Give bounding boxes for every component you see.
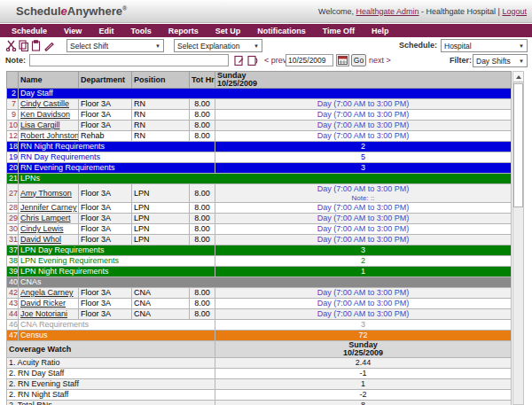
menu-item-edit[interactable]: Edit [98, 27, 113, 35]
edit-note-icon[interactable] [233, 55, 245, 66]
day-column-header[interactable]: Sunday10/25/2009 [215, 72, 512, 89]
table-row: 38LPN Evening Requirements2 [7, 256, 512, 267]
shift-cell[interactable]: Day (7:00 AM to 3:00 PM) [215, 299, 512, 309]
staff-name-link[interactable]: David Ricker [20, 299, 66, 308]
note-input[interactable] [29, 54, 229, 66]
vertical-scrollbar[interactable] [512, 71, 524, 405]
prev-day-link[interactable]: < prev [264, 56, 286, 65]
requirement-value[interactable]: 3 [215, 163, 512, 174]
table-row: 29Chris LampertFloor 3ALPN8.00Day (7:00 … [7, 214, 512, 224]
row-number: 30 [7, 224, 19, 235]
menu-item-time-off[interactable]: Time Off [323, 27, 355, 35]
staff-name-link[interactable]: Jennifer Carney [20, 203, 77, 212]
calendar-picker-button[interactable] [336, 54, 349, 66]
menu-item-set-up[interactable]: Set Up [215, 27, 241, 35]
menu-item-notifications[interactable]: Notifications [257, 27, 306, 35]
staff-name-link[interactable]: Angela Carney [20, 288, 74, 297]
shift-cell[interactable]: Day (7:00 AM to 3:00 PM)Note: :: [215, 184, 512, 203]
name-column-header[interactable]: Name [19, 72, 79, 89]
schedule-grid: Name Department Position Tot Hrs Sunday1… [6, 71, 512, 405]
requirement-value[interactable]: 3 [215, 245, 512, 256]
coverage-row: 2. RN Night Staff-2 [7, 390, 512, 401]
menu-item-view[interactable]: View [64, 27, 82, 35]
staff-name-link[interactable]: Joe Notoriani [20, 309, 67, 318]
staff-name-cell: Lisa Cargill [19, 121, 79, 131]
shift-label: Day (7:00 AM to 3:00 PM) [217, 131, 509, 141]
shift-cell[interactable]: Day (7:00 AM to 3:00 PM) [215, 309, 512, 320]
requirement-value[interactable]: 3 [215, 320, 512, 331]
shift-cell[interactable]: Day (7:00 AM to 3:00 PM) [215, 235, 512, 245]
menu-item-schedule[interactable]: Schedule [12, 27, 47, 35]
requirement-value[interactable]: 5 [215, 152, 512, 163]
select-explanation-dropdown[interactable]: Select Explanation▼ [174, 39, 262, 52]
shift-cell[interactable]: Day (7:00 AM to 3:00 PM) [215, 131, 512, 142]
staff-name-link[interactable]: Robert Johnston [20, 131, 79, 140]
next-day-link[interactable]: next > [369, 56, 391, 65]
staff-name-link[interactable]: Amy Thomson [20, 189, 72, 198]
shift-label: Day (7:00 AM to 3:00 PM) [217, 110, 509, 120]
schedule-select-label: Schedule: [399, 41, 437, 50]
staff-name-link[interactable]: Ken Davidson [20, 110, 70, 119]
copy-note-icon[interactable] [246, 55, 258, 66]
pencil-icon[interactable] [43, 40, 55, 51]
department-cell: Floor 3A [79, 224, 132, 235]
shift-cell[interactable]: Day (7:00 AM to 3:00 PM) [215, 288, 512, 299]
staff-name-link[interactable]: Cindy Lewis [20, 224, 64, 233]
menu-item-reports[interactable]: Reports [168, 27, 199, 35]
requirement-value[interactable]: 72 [215, 331, 512, 341]
department-cell: Rehab [79, 131, 132, 142]
filter-dropdown[interactable]: Day Shifts▼ [473, 54, 528, 67]
table-row: 19RN Day Requirements5 [7, 152, 512, 163]
position-column-header[interactable]: Position [132, 72, 190, 89]
schedule-anywhere-logo: ScheduleAnywhere® [16, 4, 127, 18]
position-cell: LPN [132, 203, 190, 214]
table-row: 37LPN Day Requirements3 [7, 245, 512, 256]
user-profile-link[interactable]: Healthgate Admin [356, 7, 419, 16]
row-number: 12 [7, 131, 19, 142]
row-number: 31 [7, 235, 19, 245]
row-number: 7 [7, 99, 19, 110]
shift-cell[interactable]: Day (7:00 AM to 3:00 PM) [215, 214, 512, 224]
shift-cell[interactable]: Day (7:00 AM to 3:00 PM) [215, 110, 512, 121]
date-input[interactable] [286, 54, 333, 66]
logout-link[interactable]: Logout [502, 7, 527, 16]
toolbar-row-2: Note: < prev Go next > Filter: Day Shift… [0, 53, 532, 69]
coverage-metric-label: 1. Acuity Ratio [7, 358, 215, 369]
shift-cell[interactable]: Day (7:00 AM to 3:00 PM) [215, 224, 512, 235]
tot-hrs-cell: 8.00 [190, 121, 215, 131]
tot-hrs-column-header[interactable]: Tot Hrs [190, 72, 215, 89]
shift-cell[interactable]: Day (7:00 AM to 3:00 PM) [215, 121, 512, 131]
note-label: Note: [5, 56, 26, 65]
staff-name-cell: Ken Davidson [19, 110, 79, 121]
schedule-table-body: 2Day Staff7Cindy CastilleFloor 3ARN8.00D… [7, 89, 512, 405]
staff-name-link[interactable]: David Whol [20, 235, 61, 244]
chevron-down-icon: ▼ [155, 43, 160, 49]
department-cell: Floor 3A [79, 99, 132, 110]
copy-icon[interactable] [18, 40, 29, 51]
scrollbar-thumb[interactable] [513, 83, 523, 207]
shift-label: Day (7:00 AM to 3:00 PM) [217, 288, 509, 298]
chevron-down-icon: ▼ [519, 43, 524, 49]
requirement-value[interactable]: 1 [215, 267, 512, 277]
shift-cell[interactable]: Day (7:00 AM to 3:00 PM) [215, 203, 512, 214]
scroll-up-arrow-icon[interactable] [513, 72, 523, 82]
shift-cell[interactable]: Day (7:00 AM to 3:00 PM) [215, 99, 512, 110]
department-column-header[interactable]: Department [79, 72, 132, 89]
go-button[interactable]: Go [351, 54, 366, 66]
row-number: 9 [7, 110, 19, 121]
cut-icon[interactable] [5, 40, 17, 51]
position-cell: LPN [132, 224, 190, 235]
paste-icon[interactable] [30, 40, 42, 51]
position-cell: LPN [132, 184, 190, 203]
requirement-value[interactable]: 2 [215, 142, 512, 152]
schedule-dropdown[interactable]: Hospital▼ [441, 39, 528, 52]
menu-item-tools[interactable]: Tools [130, 27, 151, 35]
menu-item-help[interactable]: Help [372, 27, 389, 35]
staff-name-link[interactable]: Lisa Cargill [20, 121, 60, 129]
staff-name-link[interactable]: Chris Lampert [20, 214, 71, 222]
welcome-prefix: Welcome, [318, 7, 354, 16]
requirement-value[interactable]: 2 [215, 256, 512, 267]
tot-hrs-cell: 8.00 [190, 288, 215, 299]
select-shift-dropdown[interactable]: Select Shift▼ [66, 39, 164, 52]
staff-name-link[interactable]: Cindy Castille [20, 99, 69, 108]
